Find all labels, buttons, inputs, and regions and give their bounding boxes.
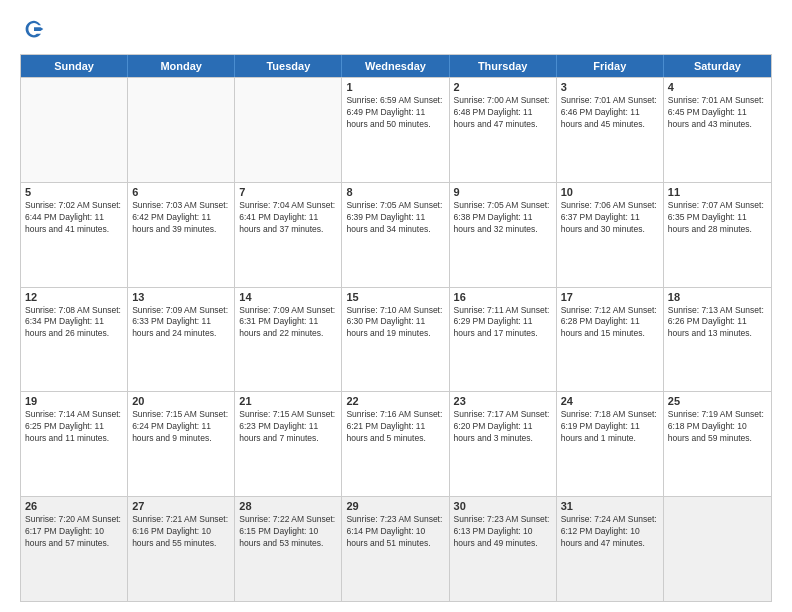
day-number: 24 (561, 395, 659, 407)
day-number: 9 (454, 186, 552, 198)
day-of-week-tuesday: Tuesday (235, 55, 342, 77)
day-number: 11 (668, 186, 767, 198)
day-info: Sunrise: 7:00 AM Sunset: 6:48 PM Dayligh… (454, 95, 552, 131)
calendar-row-2: 12Sunrise: 7:08 AM Sunset: 6:34 PM Dayli… (21, 287, 771, 392)
calendar-cell (128, 78, 235, 182)
day-info: Sunrise: 7:09 AM Sunset: 6:33 PM Dayligh… (132, 305, 230, 341)
day-number: 25 (668, 395, 767, 407)
day-number: 15 (346, 291, 444, 303)
day-number: 30 (454, 500, 552, 512)
day-of-week-thursday: Thursday (450, 55, 557, 77)
calendar-row-0: 1Sunrise: 6:59 AM Sunset: 6:49 PM Daylig… (21, 77, 771, 182)
day-info: Sunrise: 7:22 AM Sunset: 6:15 PM Dayligh… (239, 514, 337, 550)
calendar-cell: 24Sunrise: 7:18 AM Sunset: 6:19 PM Dayli… (557, 392, 664, 496)
calendar-cell: 7Sunrise: 7:04 AM Sunset: 6:41 PM Daylig… (235, 183, 342, 287)
day-number: 6 (132, 186, 230, 198)
calendar-cell: 15Sunrise: 7:10 AM Sunset: 6:30 PM Dayli… (342, 288, 449, 392)
day-number: 21 (239, 395, 337, 407)
calendar-cell: 2Sunrise: 7:00 AM Sunset: 6:48 PM Daylig… (450, 78, 557, 182)
day-info: Sunrise: 7:19 AM Sunset: 6:18 PM Dayligh… (668, 409, 767, 445)
calendar-cell: 28Sunrise: 7:22 AM Sunset: 6:15 PM Dayli… (235, 497, 342, 601)
day-number: 20 (132, 395, 230, 407)
day-number: 5 (25, 186, 123, 198)
day-of-week-saturday: Saturday (664, 55, 771, 77)
day-number: 10 (561, 186, 659, 198)
day-number: 16 (454, 291, 552, 303)
calendar-cell: 12Sunrise: 7:08 AM Sunset: 6:34 PM Dayli… (21, 288, 128, 392)
day-number: 1 (346, 81, 444, 93)
day-info: Sunrise: 7:14 AM Sunset: 6:25 PM Dayligh… (25, 409, 123, 445)
page: SundayMondayTuesdayWednesdayThursdayFrid… (0, 0, 792, 612)
calendar-row-1: 5Sunrise: 7:02 AM Sunset: 6:44 PM Daylig… (21, 182, 771, 287)
calendar: SundayMondayTuesdayWednesdayThursdayFrid… (20, 54, 772, 602)
day-number: 13 (132, 291, 230, 303)
calendar-cell: 21Sunrise: 7:15 AM Sunset: 6:23 PM Dayli… (235, 392, 342, 496)
calendar-cell: 14Sunrise: 7:09 AM Sunset: 6:31 PM Dayli… (235, 288, 342, 392)
day-number: 3 (561, 81, 659, 93)
day-of-week-wednesday: Wednesday (342, 55, 449, 77)
day-of-week-monday: Monday (128, 55, 235, 77)
day-number: 23 (454, 395, 552, 407)
calendar-cell: 3Sunrise: 7:01 AM Sunset: 6:46 PM Daylig… (557, 78, 664, 182)
day-info: Sunrise: 7:06 AM Sunset: 6:37 PM Dayligh… (561, 200, 659, 236)
day-info: Sunrise: 7:15 AM Sunset: 6:23 PM Dayligh… (239, 409, 337, 445)
day-number: 8 (346, 186, 444, 198)
day-number: 4 (668, 81, 767, 93)
calendar-row-4: 26Sunrise: 7:20 AM Sunset: 6:17 PM Dayli… (21, 496, 771, 601)
calendar-cell: 8Sunrise: 7:05 AM Sunset: 6:39 PM Daylig… (342, 183, 449, 287)
day-info: Sunrise: 7:04 AM Sunset: 6:41 PM Dayligh… (239, 200, 337, 236)
calendar-cell (235, 78, 342, 182)
day-info: Sunrise: 7:03 AM Sunset: 6:42 PM Dayligh… (132, 200, 230, 236)
calendar-cell: 4Sunrise: 7:01 AM Sunset: 6:45 PM Daylig… (664, 78, 771, 182)
calendar-body: 1Sunrise: 6:59 AM Sunset: 6:49 PM Daylig… (21, 77, 771, 601)
calendar-cell: 19Sunrise: 7:14 AM Sunset: 6:25 PM Dayli… (21, 392, 128, 496)
day-number: 12 (25, 291, 123, 303)
calendar-header: SundayMondayTuesdayWednesdayThursdayFrid… (21, 55, 771, 77)
calendar-cell: 25Sunrise: 7:19 AM Sunset: 6:18 PM Dayli… (664, 392, 771, 496)
calendar-cell: 17Sunrise: 7:12 AM Sunset: 6:28 PM Dayli… (557, 288, 664, 392)
day-info: Sunrise: 7:01 AM Sunset: 6:46 PM Dayligh… (561, 95, 659, 131)
calendar-cell: 22Sunrise: 7:16 AM Sunset: 6:21 PM Dayli… (342, 392, 449, 496)
day-info: Sunrise: 7:09 AM Sunset: 6:31 PM Dayligh… (239, 305, 337, 341)
day-info: Sunrise: 7:16 AM Sunset: 6:21 PM Dayligh… (346, 409, 444, 445)
day-info: Sunrise: 7:15 AM Sunset: 6:24 PM Dayligh… (132, 409, 230, 445)
day-info: Sunrise: 7:23 AM Sunset: 6:13 PM Dayligh… (454, 514, 552, 550)
calendar-cell: 27Sunrise: 7:21 AM Sunset: 6:16 PM Dayli… (128, 497, 235, 601)
day-info: Sunrise: 7:10 AM Sunset: 6:30 PM Dayligh… (346, 305, 444, 341)
day-info: Sunrise: 7:02 AM Sunset: 6:44 PM Dayligh… (25, 200, 123, 236)
calendar-cell (21, 78, 128, 182)
calendar-cell: 29Sunrise: 7:23 AM Sunset: 6:14 PM Dayli… (342, 497, 449, 601)
calendar-cell: 16Sunrise: 7:11 AM Sunset: 6:29 PM Dayli… (450, 288, 557, 392)
day-info: Sunrise: 7:01 AM Sunset: 6:45 PM Dayligh… (668, 95, 767, 131)
calendar-cell (664, 497, 771, 601)
day-number: 28 (239, 500, 337, 512)
calendar-cell: 30Sunrise: 7:23 AM Sunset: 6:13 PM Dayli… (450, 497, 557, 601)
calendar-cell: 6Sunrise: 7:03 AM Sunset: 6:42 PM Daylig… (128, 183, 235, 287)
day-info: Sunrise: 7:05 AM Sunset: 6:39 PM Dayligh… (346, 200, 444, 236)
day-of-week-friday: Friday (557, 55, 664, 77)
logo (20, 16, 52, 44)
day-info: Sunrise: 7:21 AM Sunset: 6:16 PM Dayligh… (132, 514, 230, 550)
calendar-cell: 31Sunrise: 7:24 AM Sunset: 6:12 PM Dayli… (557, 497, 664, 601)
day-info: Sunrise: 7:12 AM Sunset: 6:28 PM Dayligh… (561, 305, 659, 341)
calendar-cell: 23Sunrise: 7:17 AM Sunset: 6:20 PM Dayli… (450, 392, 557, 496)
day-number: 26 (25, 500, 123, 512)
calendar-cell: 9Sunrise: 7:05 AM Sunset: 6:38 PM Daylig… (450, 183, 557, 287)
calendar-cell: 10Sunrise: 7:06 AM Sunset: 6:37 PM Dayli… (557, 183, 664, 287)
calendar-cell: 5Sunrise: 7:02 AM Sunset: 6:44 PM Daylig… (21, 183, 128, 287)
day-info: Sunrise: 7:07 AM Sunset: 6:35 PM Dayligh… (668, 200, 767, 236)
day-number: 31 (561, 500, 659, 512)
day-info: Sunrise: 7:17 AM Sunset: 6:20 PM Dayligh… (454, 409, 552, 445)
day-number: 2 (454, 81, 552, 93)
day-number: 17 (561, 291, 659, 303)
day-number: 7 (239, 186, 337, 198)
day-info: Sunrise: 7:08 AM Sunset: 6:34 PM Dayligh… (25, 305, 123, 341)
day-number: 14 (239, 291, 337, 303)
day-info: Sunrise: 7:23 AM Sunset: 6:14 PM Dayligh… (346, 514, 444, 550)
calendar-cell: 13Sunrise: 7:09 AM Sunset: 6:33 PM Dayli… (128, 288, 235, 392)
day-number: 29 (346, 500, 444, 512)
header (20, 16, 772, 44)
day-info: Sunrise: 7:05 AM Sunset: 6:38 PM Dayligh… (454, 200, 552, 236)
day-info: Sunrise: 7:18 AM Sunset: 6:19 PM Dayligh… (561, 409, 659, 445)
day-info: Sunrise: 7:11 AM Sunset: 6:29 PM Dayligh… (454, 305, 552, 341)
